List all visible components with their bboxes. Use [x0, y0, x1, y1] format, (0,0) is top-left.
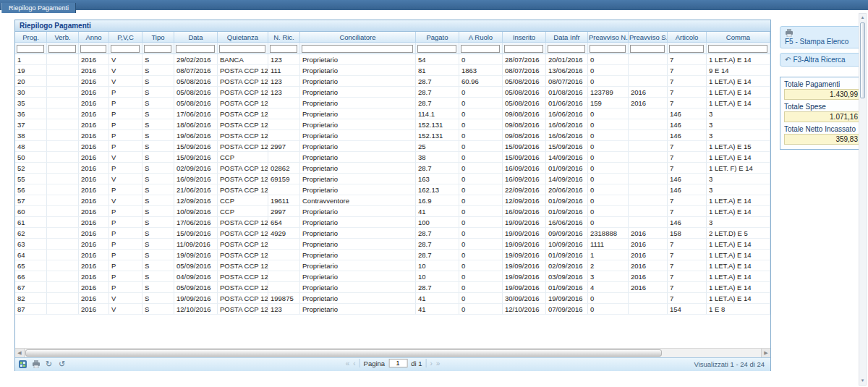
- records-status: Visualizzati 1 - 24 di 24: [694, 360, 765, 368]
- vertical-scrollbar[interactable]: ▲ ▼: [859, 13, 867, 386]
- panel-title: Riepilogo Pagamenti: [15, 20, 770, 32]
- cell: 0: [459, 130, 503, 141]
- prev-page-icon[interactable]: ‹: [353, 360, 355, 367]
- table-row[interactable]: 572016VS12/09/2016CCP19611Contravventore…: [15, 195, 770, 206]
- scroll-up-arrow-icon[interactable]: ▲: [859, 14, 866, 22]
- cell: 2016: [629, 282, 668, 293]
- reload-icon[interactable]: ↺: [57, 360, 67, 369]
- table-row[interactable]: 552016VS16/09/2016POSTA CCP 1269159Propr…: [15, 174, 770, 184]
- column-header-comma[interactable]: Comma: [707, 32, 770, 43]
- filter-input-13[interactable]: [590, 45, 626, 53]
- filter-input-11[interactable]: [504, 45, 543, 53]
- filter-input-4[interactable]: [144, 45, 171, 53]
- column-header-n-ric[interactable]: N. Ric.: [268, 32, 300, 43]
- column-header-preavviso-s[interactable]: Preavviso S.: [629, 32, 668, 43]
- vertical-scrollbar-thumb[interactable]: [860, 22, 865, 98]
- altra-ricerca-button[interactable]: ↶F3-Altra Ricerca: [780, 53, 865, 67]
- filter-input-3[interactable]: [111, 45, 140, 53]
- filter-input-7[interactable]: [270, 45, 297, 53]
- scroll-down-arrow-icon[interactable]: ▼: [859, 377, 866, 385]
- cell: S: [142, 217, 174, 228]
- table-row[interactable]: 622016PS15/09/2016POSTA CCP 124929Propri…: [15, 228, 770, 239]
- column-header-tipo[interactable]: Tipo: [142, 32, 174, 43]
- table-row[interactable]: 12016VS29/02/2016BANCA123Proprietario540…: [15, 54, 770, 65]
- cell: 19/09/2016: [503, 250, 546, 260]
- page-number-input[interactable]: [388, 359, 407, 367]
- next-page-icon[interactable]: ›: [430, 360, 432, 367]
- cell: [47, 109, 79, 119]
- table-row[interactable]: 302016PS05/08/2016POSTA CCP 12123Proprie…: [15, 87, 770, 98]
- table-row[interactable]: 382016PS19/06/2016POSTA CCP 12Proprietar…: [15, 130, 770, 141]
- column-header-conciliatore[interactable]: Conciliatore: [300, 32, 416, 43]
- filter-input-14[interactable]: [630, 45, 665, 53]
- table-row[interactable]: 362016PS17/06/2016POSTA CCP 12Proprietar…: [15, 109, 770, 119]
- cell: 09/08/2016: [503, 109, 546, 119]
- last-page-icon[interactable]: »: [436, 360, 441, 367]
- column-header-verb[interactable]: Verb.: [47, 32, 79, 43]
- table-row[interactable]: 612016PS17/06/2016POSTA CCP 12654Proprie…: [15, 217, 770, 228]
- table-row[interactable]: 822016VS19/09/2016POSTA CCP 12199875Prop…: [15, 293, 770, 304]
- column-header-data-infr[interactable]: Data Infr: [546, 32, 588, 43]
- cell: 0: [588, 217, 629, 228]
- print-grid-icon[interactable]: [31, 360, 41, 369]
- table-row[interactable]: 352016PS05/08/2016POSTA CCP 12Proprietar…: [15, 98, 770, 109]
- cell: POSTA CCP 12: [218, 141, 268, 152]
- table-row[interactable]: 372016PS18/06/2016POSTA CCP 12Proprietar…: [15, 119, 770, 130]
- column-header-prog[interactable]: Prog.: [15, 32, 47, 43]
- table-row[interactable]: 202016VS05/08/2016POSTA CCP 12123Proprie…: [15, 76, 770, 87]
- scroll-left-arrow-icon[interactable]: ◀: [15, 349, 25, 357]
- cell: [47, 206, 79, 217]
- filter-cell: [47, 43, 79, 54]
- filter-input-0[interactable]: [17, 45, 44, 53]
- column-header-articolo[interactable]: Articolo: [668, 32, 707, 43]
- column-header-quietanza[interactable]: Quietanza: [218, 32, 268, 43]
- cell: 9 E 14: [707, 65, 770, 76]
- table-row[interactable]: 192016VS08/07/2016POSTA CCP 12111Proprie…: [15, 65, 770, 76]
- filter-input-6[interactable]: [219, 45, 265, 53]
- column-header-a-ruolo[interactable]: A Ruolo: [459, 32, 503, 43]
- horizontal-scrollbar[interactable]: ◀ ▶: [15, 348, 770, 357]
- table-row[interactable]: 562016PS21/06/2016POSTA CCP 12Proprietar…: [15, 184, 770, 195]
- table-row[interactable]: 642016PS19/09/2016POSTA CCP 12Proprietar…: [15, 250, 770, 260]
- tab-riepilogo-pagamenti[interactable]: Riepilogo Pagamenti: [1, 3, 76, 13]
- filter-input-5[interactable]: [176, 45, 215, 53]
- refresh-icon[interactable]: ↻: [44, 360, 54, 369]
- table-row[interactable]: 632016PS11/09/2016POSTA CCP 12Proprietar…: [15, 239, 770, 250]
- cell: POSTA CCP 12: [218, 271, 268, 282]
- column-header-anno[interactable]: Anno: [79, 32, 109, 43]
- cell: Proprietario: [300, 271, 416, 282]
- column-header-data[interactable]: Data: [174, 32, 218, 43]
- cell: 18/06/2016: [174, 119, 218, 130]
- filter-input-10[interactable]: [461, 45, 500, 53]
- filter-input-15[interactable]: [669, 45, 704, 53]
- filter-input-2[interactable]: [80, 45, 106, 53]
- filter-input-16[interactable]: [708, 45, 767, 53]
- stampa-elenco-button[interactable]: F5 - Stampa Elenco: [780, 26, 865, 48]
- column-header-inserito[interactable]: Inserito: [503, 32, 546, 43]
- cell: 19/09/2016: [503, 271, 546, 282]
- export-grid-icon[interactable]: [18, 360, 27, 369]
- cell: 05/08/2016: [174, 87, 218, 98]
- table-row[interactable]: 662016PS04/09/2016POSTA CCP 12Proprietar…: [15, 271, 770, 282]
- table-row[interactable]: 652016PS05/09/2016POSTA CCP 12Proprietar…: [15, 260, 770, 271]
- filter-input-8[interactable]: [302, 45, 413, 53]
- filter-input-9[interactable]: [417, 45, 456, 53]
- table-row[interactable]: 502016VS15/09/2016CCPProprietario38015/0…: [15, 152, 770, 163]
- filter-input-12[interactable]: [548, 45, 585, 53]
- scroll-right-arrow-icon[interactable]: ▶: [761, 349, 770, 357]
- table-row[interactable]: 482016PS15/09/2016POSTA CCP 122997Propri…: [15, 141, 770, 152]
- table-row[interactable]: 672016PS05/09/2016POSTA CCP 12Proprietar…: [15, 282, 770, 293]
- cell: 16/09/2016: [174, 174, 218, 184]
- column-header-preavviso-n[interactable]: Preavviso N.: [588, 32, 629, 43]
- column-header-p-v-c[interactable]: P,V,C: [109, 32, 142, 43]
- column-header-pagato[interactable]: Pagato: [416, 32, 459, 43]
- table-row[interactable]: 602016PS10/09/2016CCP2997Proprietario410…: [15, 206, 770, 217]
- table-row[interactable]: 872016VS12/10/2016POSTA CCP 12123Proprie…: [15, 304, 770, 315]
- filter-cell: [668, 43, 707, 54]
- cell: 12/09/2016: [174, 195, 218, 206]
- table-row[interactable]: 522016PS02/09/2016POSTA CCP 1202862Propr…: [15, 163, 770, 174]
- filter-cell: [268, 43, 300, 54]
- horizontal-scrollbar-thumb[interactable]: [25, 349, 662, 357]
- filter-input-1[interactable]: [48, 45, 76, 53]
- first-page-icon[interactable]: «: [346, 360, 350, 367]
